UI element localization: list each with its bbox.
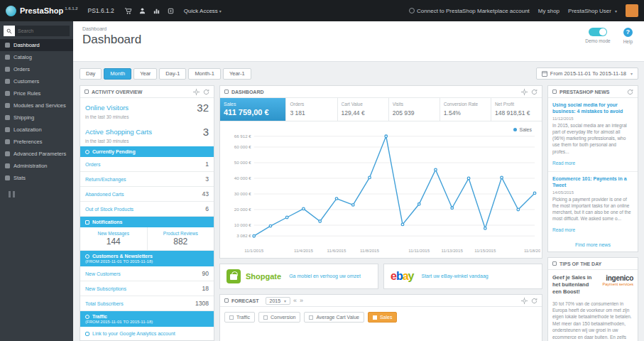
filter-year-button[interactable]: Year bbox=[133, 68, 157, 80]
cart-icon[interactable] bbox=[124, 7, 132, 15]
shopgate-logo-icon bbox=[227, 269, 241, 283]
sidebar-item-stats[interactable]: Stats bbox=[0, 172, 73, 184]
sidebar-item-dashboard[interactable]: Dashboard bbox=[0, 39, 73, 51]
shopgate-cta-link[interactable]: Ga mobiel en verhoog uw omzet bbox=[289, 274, 361, 280]
filter-day-button[interactable]: Day bbox=[80, 68, 102, 80]
pending-orders-row[interactable]: Orders1 bbox=[80, 157, 214, 172]
breadcrumb[interactable]: Dashboard bbox=[82, 21, 644, 31]
sidebar-item-shipping[interactable]: Shipping bbox=[0, 112, 73, 124]
forecast-conversion-toggle[interactable]: Conversion bbox=[258, 312, 300, 323]
kpi-net-profit[interactable]: Net Profit148 918,51 € bbox=[491, 98, 542, 121]
search-icon bbox=[6, 28, 12, 34]
online-visitors-stat[interactable]: Online Visitors32 in the last 30 minutes bbox=[80, 98, 214, 122]
checkbox-icon bbox=[309, 315, 313, 320]
page-title: Dashboard bbox=[82, 33, 644, 47]
sidebar-item-customers[interactable]: Customers bbox=[0, 75, 73, 87]
pending-returns-row[interactable]: Return/Exchanges3 bbox=[80, 172, 214, 187]
news-article-title[interactable]: Ecommerce 101: Payments in a Tweet bbox=[552, 175, 633, 188]
gear-icon[interactable] bbox=[193, 89, 200, 95]
google-analytics-link[interactable]: Link to your Google Analytics account bbox=[80, 327, 214, 340]
sidebar-item-modules[interactable]: Modules and Services bbox=[0, 99, 73, 112]
tip-headline: Geef je Sales in het buitenland een Boos… bbox=[552, 274, 599, 296]
help-icon[interactable] bbox=[623, 28, 633, 37]
sidebar-item-administration[interactable]: Administration bbox=[0, 160, 73, 172]
ebay-cta-link[interactable]: Start uw eBay-winkel vandaag bbox=[422, 274, 489, 280]
filter-year-1-button[interactable]: Year-1 bbox=[223, 68, 251, 80]
sidebar-item-localization[interactable]: Localization bbox=[0, 124, 73, 136]
svg-text:10 000 €: 10 000 € bbox=[234, 222, 251, 227]
page-header: Dashboard Dashboard Demo mode Help bbox=[73, 21, 644, 62]
currently-pending-header: Currently Pending bbox=[80, 146, 214, 157]
svg-text:11/13/2015: 11/13/2015 bbox=[442, 248, 464, 253]
abandoned-carts-row[interactable]: Abandoned Carts43 bbox=[80, 187, 214, 202]
news-icon bbox=[552, 90, 557, 94]
forecast-sales-toggle[interactable]: Sales bbox=[368, 312, 398, 323]
kpi-cart-value[interactable]: Cart Value129,44 € bbox=[338, 98, 389, 121]
kpi-strip: Sales411 759,00 € Orders3 181 Cart Value… bbox=[220, 98, 542, 121]
new-customers-row[interactable]: New Customers90 bbox=[80, 266, 214, 281]
search-button[interactable] bbox=[4, 26, 15, 36]
bell-icon bbox=[85, 220, 89, 224]
filter-month-button[interactable]: Month bbox=[104, 68, 131, 80]
notifications-header: Notifications bbox=[80, 217, 214, 227]
search-input[interactable] bbox=[15, 26, 70, 36]
forecast-avg-cart-toggle[interactable]: Average Cart Value bbox=[304, 312, 364, 323]
gear-icon[interactable] bbox=[521, 89, 528, 95]
date-range-picker[interactable]: From 2015-11-01 To 2015-11-18 bbox=[536, 67, 638, 80]
demo-mode-toggle[interactable] bbox=[589, 28, 607, 36]
next-year-icon[interactable]: » bbox=[300, 297, 303, 304]
chart-legend[interactable]: Sales bbox=[513, 127, 532, 132]
new-messages-stat[interactable]: New Messages144 bbox=[80, 227, 147, 250]
prestashop-logo-icon[interactable] bbox=[6, 6, 16, 16]
kpi-visits[interactable]: Visits205 939 bbox=[389, 98, 440, 121]
new-subscriptions-row[interactable]: New Subscriptions18 bbox=[80, 281, 214, 296]
sidebar-item-preferences[interactable]: Preferences bbox=[0, 136, 73, 148]
sidebar-item-advanced-parameters[interactable]: Advanced Parameters bbox=[0, 148, 73, 160]
refresh-icon[interactable] bbox=[531, 89, 537, 95]
shopgate-module-banner[interactable]: Shopgate Ga mobiel en verhoog uw omzet bbox=[219, 264, 378, 289]
read-more-link[interactable]: Read more bbox=[552, 227, 575, 232]
tip-body: 30 tot 70% van de consumenten in Europa … bbox=[552, 301, 633, 341]
quick-access-menu[interactable]: Quick Access bbox=[184, 8, 222, 14]
collapse-sidebar-icon[interactable] bbox=[0, 184, 73, 205]
sidebar: Dashboard Catalog Orders Customers Price… bbox=[0, 21, 73, 341]
out-of-stock-row[interactable]: Out of Stock Products6 bbox=[80, 202, 214, 217]
help-label: Help bbox=[623, 39, 633, 44]
kpi-orders[interactable]: Orders3 181 bbox=[286, 98, 337, 121]
sidebar-item-price-rules[interactable]: Price Rules bbox=[0, 87, 73, 99]
cart-icon bbox=[5, 67, 10, 72]
svg-text:11/8/2015: 11/8/2015 bbox=[360, 248, 379, 253]
product-reviews-stat[interactable]: Product Reviews882 bbox=[147, 227, 214, 250]
customers-icon[interactable] bbox=[138, 7, 146, 15]
forecast-year-select[interactable]: 2015 bbox=[266, 297, 291, 305]
filter-day-1-button[interactable]: Day-1 bbox=[159, 68, 186, 80]
active-carts-stat[interactable]: Active Shopping Carts3 in the last 30 mi… bbox=[80, 122, 214, 146]
user-avatar[interactable] bbox=[626, 4, 638, 17]
kpi-conversion-rate[interactable]: Conversion Rate1.54% bbox=[440, 98, 491, 121]
forecast-traffic-toggle[interactable]: Traffic bbox=[224, 312, 255, 323]
user-menu[interactable]: PrestaShop User bbox=[568, 8, 617, 14]
ebay-module-banner[interactable]: ebay Start uw eBay-winkel vandaag bbox=[383, 264, 542, 289]
news-article-date: 14/05/2015 bbox=[552, 190, 633, 195]
find-more-news-link[interactable]: Find more news bbox=[548, 238, 638, 251]
previous-year-icon[interactable]: « bbox=[293, 297, 297, 304]
briefcase-icon bbox=[5, 163, 10, 168]
refresh-icon[interactable] bbox=[531, 298, 537, 304]
clock-icon bbox=[85, 150, 89, 154]
stats-icon[interactable] bbox=[153, 7, 160, 15]
main-area: Dashboard Dashboard Demo mode Help Day M… bbox=[73, 21, 644, 341]
modules-icon[interactable] bbox=[167, 7, 175, 15]
news-article-title[interactable]: Using social media for your business: 4 … bbox=[552, 102, 633, 114]
sidebar-item-orders[interactable]: Orders bbox=[0, 63, 73, 75]
read-more-link[interactable]: Read more bbox=[552, 161, 575, 166]
marketplace-connect-link[interactable]: Connect to PrestaShop Marketplace accoun… bbox=[409, 8, 530, 14]
refresh-icon[interactable] bbox=[627, 89, 633, 95]
kpi-sales[interactable]: Sales411 759,00 € bbox=[220, 98, 286, 121]
total-subscribers-row[interactable]: Total Subscribers1308 bbox=[80, 296, 214, 311]
filter-month-1-button[interactable]: Month-1 bbox=[188, 68, 221, 80]
gear-icon[interactable] bbox=[521, 298, 528, 304]
my-shop-link[interactable]: My shop bbox=[538, 8, 560, 14]
shop-name[interactable]: PS1.6.1.2 bbox=[88, 7, 114, 14]
sidebar-item-catalog[interactable]: Catalog bbox=[0, 51, 73, 63]
refresh-icon[interactable] bbox=[203, 89, 209, 95]
